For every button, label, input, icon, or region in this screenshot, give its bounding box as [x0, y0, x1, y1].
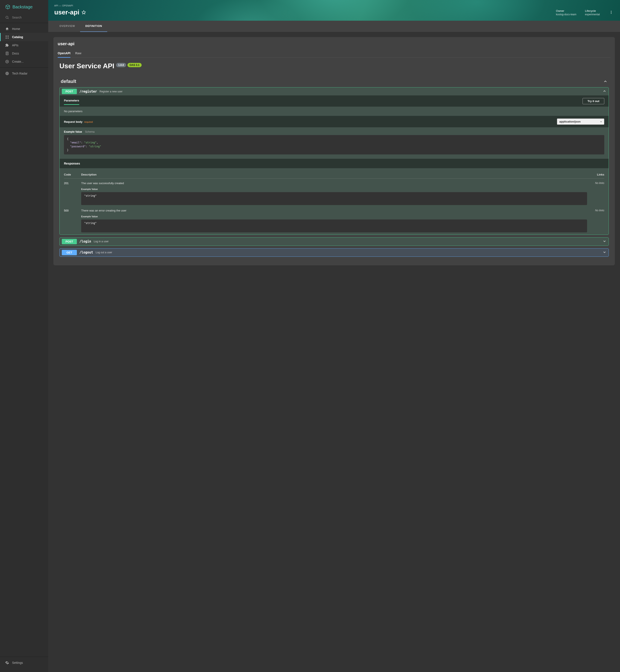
docs-icon	[5, 51, 9, 55]
sidebar-item-apis[interactable]: APIs	[0, 41, 48, 49]
sidebar-item-docs[interactable]: Docs	[0, 49, 48, 57]
col-description: Description	[81, 173, 587, 176]
example-value-label: Example Value	[81, 215, 587, 218]
sidebar-item-create[interactable]: Create...	[0, 57, 48, 66]
tab-definition[interactable]: DEFINITION	[80, 21, 107, 32]
svg-point-19	[611, 13, 612, 14]
page-header: API — OPENAPI user-api Owner koslog-docs…	[48, 0, 620, 21]
sidebar-label: Settings	[12, 661, 23, 665]
parameters-label: Parameters	[64, 97, 79, 105]
response-row: 500 There was an error creating the user…	[64, 206, 604, 233]
sidebar-nav-secondary: Tech Radar	[0, 67, 48, 79]
operation-summary: Log out a user	[96, 251, 112, 254]
search-button[interactable]: Search	[0, 13, 48, 23]
page-tabs: OVERVIEW DEFINITION	[48, 21, 620, 32]
lifecycle-value: experimental	[585, 13, 600, 16]
response-example: "string"	[81, 192, 587, 205]
operation-toggle[interactable]: GET /logout Log out a user	[60, 248, 609, 256]
radar-icon	[5, 71, 9, 76]
sidebar: Backstage Search Home Catalog APIs Docs	[0, 0, 48, 672]
required-badge: required	[84, 121, 93, 123]
sidebar-label: Docs	[12, 52, 19, 55]
card-title: user-api	[58, 41, 611, 46]
star-icon[interactable]	[82, 10, 86, 14]
content-type-select[interactable]: application/json	[557, 118, 604, 125]
response-code: 201	[64, 182, 81, 205]
lifecycle-label: Lifecycle	[585, 9, 600, 12]
example-value-label: Example Value	[81, 188, 587, 190]
operation-path: /register	[80, 90, 97, 93]
chevron-up-icon	[603, 89, 607, 93]
svg-point-4	[6, 38, 7, 39]
sidebar-label: Tech Radar	[12, 72, 28, 75]
no-parameters: No parameters	[60, 107, 609, 116]
owner-value[interactable]: koslog-docs-team	[556, 13, 576, 16]
request-body-label: Request body	[64, 120, 83, 124]
more-menu-button[interactable]	[608, 9, 614, 16]
card-tab-raw[interactable]: Raw	[75, 50, 82, 58]
section-name: default	[61, 79, 76, 84]
plus-circle-icon	[5, 60, 9, 63]
response-row: 201 The user was successfully created Ex…	[64, 179, 604, 206]
operation-summary: Log in a user	[94, 240, 108, 243]
version-badge: 1.0.0	[116, 63, 126, 67]
chevron-down-icon	[603, 250, 607, 254]
operation-logout: GET /logout Log out a user	[59, 248, 609, 257]
response-code: 500	[64, 209, 81, 232]
svg-point-15	[7, 73, 7, 74]
dots-vertical-icon	[609, 10, 613, 14]
lifecycle-block: Lifecycle experimental	[585, 9, 600, 16]
tab-overview[interactable]: OVERVIEW	[54, 21, 80, 32]
responses-label: Responses	[60, 159, 609, 168]
operation-register: POST /register Register a new user Param…	[59, 87, 609, 235]
sidebar-item-techradar[interactable]: Tech Radar	[0, 69, 48, 78]
example-value-tab[interactable]: Example Value	[64, 130, 82, 133]
brand-name: Backstage	[12, 4, 33, 9]
schema-tab[interactable]: Schema	[85, 130, 95, 133]
svg-point-5	[8, 38, 9, 39]
response-description: The user was successfully created	[81, 182, 587, 185]
svg-point-17	[611, 11, 612, 11]
sidebar-label: APIs	[12, 44, 18, 47]
search-label: Search	[12, 16, 21, 19]
response-example: "string"	[81, 220, 587, 232]
try-it-out-button[interactable]: Try it out	[582, 98, 604, 104]
request-body-example: { "email": "string", "password": "string…	[64, 135, 604, 154]
chevron-up-icon	[603, 79, 608, 84]
operation-login: POST /login Log in a user	[59, 237, 609, 246]
sidebar-label: Create...	[12, 60, 24, 63]
sidebar-nav: Home Catalog APIs Docs Create...	[0, 23, 48, 67]
breadcrumb: API — OPENAPI	[54, 4, 86, 7]
api-title: User Service API	[59, 62, 114, 70]
operation-path: /login	[80, 240, 91, 243]
operation-summary: Register a new user	[99, 90, 122, 93]
oas-badge: OAS 3.1	[127, 63, 142, 67]
section-toggle[interactable]: default	[59, 77, 609, 87]
sidebar-item-settings[interactable]: Settings	[0, 659, 48, 667]
col-code: Code	[64, 173, 81, 176]
definition-card: user-api OpenAPI Raw User Service API 1.…	[53, 37, 615, 266]
col-links: Links	[587, 173, 604, 176]
svg-point-2	[6, 36, 7, 37]
method-badge: POST	[62, 89, 77, 94]
operation-toggle[interactable]: POST /register Register a new user	[60, 88, 609, 95]
gear-icon	[5, 661, 9, 665]
svg-marker-16	[82, 10, 86, 14]
sidebar-item-home[interactable]: Home	[0, 25, 48, 33]
chevron-down-icon	[603, 239, 607, 243]
backstage-icon	[5, 4, 10, 9]
brand-logo[interactable]: Backstage	[0, 0, 48, 13]
card-tab-openapi[interactable]: OpenAPI	[58, 50, 70, 58]
response-description: There was an error creating the user	[81, 209, 587, 212]
catalog-icon	[5, 35, 9, 39]
home-icon	[5, 27, 9, 31]
svg-point-0	[6, 16, 8, 18]
owner-label: Owner	[556, 9, 576, 12]
extension-icon	[5, 43, 9, 47]
method-badge: POST	[62, 239, 77, 244]
page-title: user-api	[54, 9, 80, 16]
operation-toggle[interactable]: POST /login Log in a user	[60, 238, 609, 246]
sidebar-item-catalog[interactable]: Catalog	[0, 33, 48, 41]
response-links: No links	[587, 182, 604, 205]
response-links: No links	[587, 209, 604, 232]
